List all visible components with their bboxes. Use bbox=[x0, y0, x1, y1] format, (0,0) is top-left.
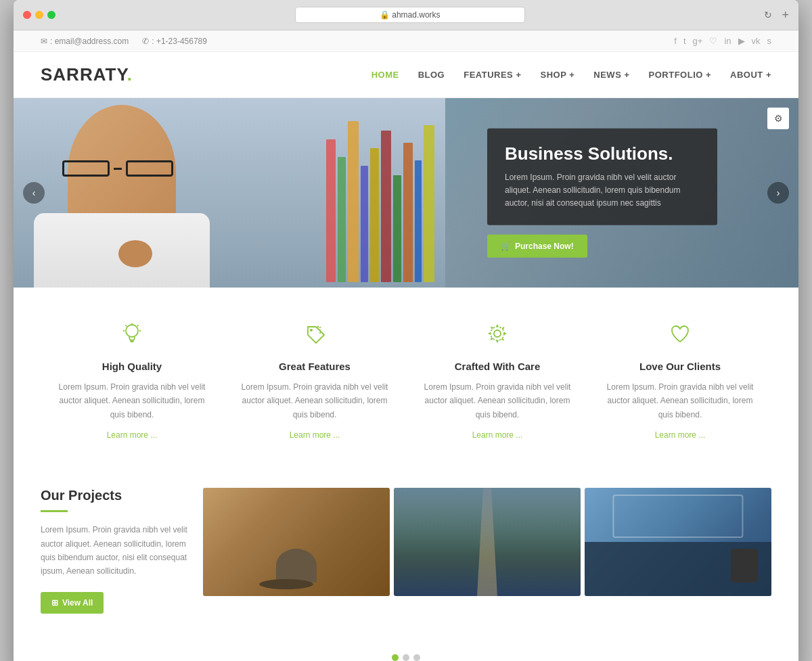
phone-icon: ✆ bbox=[142, 37, 149, 46]
feature-link-0[interactable]: Learn more ... bbox=[107, 430, 158, 440]
book bbox=[424, 125, 434, 282]
url-bar[interactable]: 🔒 ahmad.works bbox=[295, 7, 525, 23]
purchase-button[interactable]: 🛒 Purchase Now! bbox=[487, 234, 587, 257]
features-section: High Quality Lorem Ipsum. Proin gravida … bbox=[14, 288, 798, 474]
purchase-label: Purchase Now! bbox=[515, 241, 574, 250]
settings-icon: ⚙ bbox=[774, 113, 783, 124]
nav-item-shop[interactable]: SHOP + bbox=[541, 70, 575, 80]
project-thumb-3[interactable] bbox=[585, 488, 771, 596]
pagination-dot-3[interactable] bbox=[413, 654, 420, 661]
phone-text: : +1-23-456789 bbox=[152, 37, 207, 46]
youtube-icon[interactable]: ▶ bbox=[738, 36, 745, 46]
feature-link-1[interactable]: Learn more ... bbox=[290, 430, 340, 440]
browser-titlebar: 🔒 ahmad.works ↻ + bbox=[14, 0, 798, 30]
hand bbox=[118, 240, 152, 267]
browser-dots bbox=[23, 11, 55, 19]
feature-item-high-quality: High Quality Lorem Ipsum. Proin gravida … bbox=[41, 321, 223, 440]
linkedin-icon[interactable]: in bbox=[724, 36, 731, 46]
book bbox=[381, 131, 391, 282]
book bbox=[326, 139, 336, 282]
feature-item-love-clients: Love Our Clients Lorem Ipsum. Proin grav… bbox=[589, 321, 771, 440]
thumb-overlay bbox=[203, 488, 390, 596]
refresh-icon[interactable]: ↻ bbox=[764, 9, 772, 20]
grid-icon: ⊞ bbox=[51, 598, 58, 608]
facebook-icon[interactable]: f bbox=[674, 36, 677, 46]
googleplus-icon[interactable]: g+ bbox=[693, 36, 703, 46]
hero-section: Business Solutions. Lorem Ipsum. Proin g… bbox=[14, 98, 798, 288]
url-text: ahmad.works bbox=[392, 10, 440, 20]
svg-point-0 bbox=[126, 325, 138, 337]
pagination-dot-1[interactable] bbox=[392, 654, 399, 661]
email-contact: ✉ : email@address.com bbox=[41, 37, 129, 46]
svg-point-8 bbox=[310, 329, 313, 332]
nav-item-features[interactable]: FEATURES + bbox=[464, 70, 521, 80]
carousel-pagination bbox=[14, 647, 798, 661]
heart-icon bbox=[602, 321, 758, 351]
glasses bbox=[62, 159, 184, 178]
feature-link-3[interactable]: Learn more ... bbox=[655, 430, 706, 440]
svg-line-4 bbox=[126, 325, 127, 327]
feature-item-great-features: Great Features Lorem Ipsum. Proin gravid… bbox=[223, 321, 406, 440]
bookshelf bbox=[323, 98, 445, 288]
twitter-icon[interactable]: t bbox=[683, 36, 686, 46]
feature-link-2[interactable]: Learn more ... bbox=[472, 430, 523, 440]
book bbox=[338, 157, 346, 282]
hero-title: Business Solutions. bbox=[505, 143, 700, 164]
maximize-dot[interactable] bbox=[47, 11, 55, 19]
tag-icon bbox=[237, 321, 392, 351]
pagination-dot-2[interactable] bbox=[403, 654, 409, 661]
nav-item-news[interactable]: NEWS + bbox=[593, 70, 629, 80]
feature-title-3: Love Our Clients bbox=[602, 361, 758, 372]
email-icon: ✉ bbox=[41, 37, 47, 46]
feature-item-crafted-with-care: Crafted With Care Lorem Ipsum. Proin gra… bbox=[406, 321, 589, 440]
view-all-button[interactable]: ⊞ View All bbox=[41, 592, 104, 614]
projects-underline bbox=[41, 510, 68, 512]
projects-description: Lorem Ipsum. Proin gravida nibh vel veli… bbox=[41, 523, 189, 578]
browser-window: 🔒 ahmad.works ↻ + ✉ : email@address.com … bbox=[14, 0, 798, 661]
bulb-icon bbox=[54, 321, 210, 351]
svg-point-9 bbox=[494, 330, 501, 337]
hero-settings-button[interactable]: ⚙ bbox=[767, 108, 789, 129]
project-thumb-1[interactable] bbox=[203, 488, 390, 596]
feature-desc-1: Lorem Ipsum. Proin gravida nibh vel veli… bbox=[237, 380, 392, 421]
feature-title-1: Great Features bbox=[237, 361, 392, 372]
navbar: SARRATY. HOME BLOG FEATURES + SHOP + NEW… bbox=[14, 52, 798, 98]
pinterest-icon[interactable]: ♡ bbox=[709, 36, 717, 46]
browser-addressbar: 🔒 ahmad.works bbox=[62, 7, 757, 23]
hero-prev-button[interactable]: ‹ bbox=[23, 182, 45, 204]
minimize-dot[interactable] bbox=[35, 11, 43, 19]
thumb-windshield bbox=[612, 495, 743, 538]
hero-description: Lorem Ipsum. Proin gravida nibh vel veli… bbox=[505, 171, 700, 210]
nav-item-blog[interactable]: BLOG bbox=[418, 70, 445, 80]
skype-icon[interactable]: s bbox=[767, 36, 772, 46]
logo-dot: . bbox=[127, 64, 133, 85]
glasses-bridge bbox=[114, 168, 122, 170]
view-all-label: View All bbox=[62, 598, 93, 608]
website-content: ✉ : email@address.com ✆ : +1-23-456789 f… bbox=[14, 30, 798, 661]
projects-title: Our Projects bbox=[41, 488, 189, 503]
social-links: f t g+ ♡ in ▶ vk s bbox=[674, 36, 771, 46]
new-tab-button[interactable]: + bbox=[782, 8, 789, 22]
phone-contact: ✆ : +1-23-456789 bbox=[142, 37, 207, 46]
book bbox=[403, 143, 413, 282]
svg-line-6 bbox=[137, 325, 139, 327]
nav-item-about[interactable]: ABOUT + bbox=[730, 70, 771, 80]
topbar-contact-info: ✉ : email@address.com ✆ : +1-23-456789 bbox=[41, 37, 207, 46]
feature-title-2: Crafted With Care bbox=[420, 361, 575, 372]
hero-content: Business Solutions. Lorem Ipsum. Proin g… bbox=[487, 129, 717, 258]
hero-next-button[interactable]: › bbox=[767, 182, 789, 204]
nav-item-home[interactable]: HOME bbox=[371, 70, 399, 80]
logo[interactable]: SARRATY. bbox=[41, 64, 133, 85]
feature-title-0: High Quality bbox=[54, 361, 210, 372]
lock-icon: 🔒 bbox=[380, 10, 392, 20]
nav-item-portfolio[interactable]: PORTFOLIO + bbox=[649, 70, 712, 80]
close-dot[interactable] bbox=[23, 11, 31, 19]
vk-icon[interactable]: vk bbox=[752, 36, 761, 46]
project-thumb-2[interactable] bbox=[394, 488, 581, 596]
hero-image bbox=[14, 98, 445, 288]
projects-info: Our Projects Lorem Ipsum. Proin gravida … bbox=[41, 488, 189, 614]
glasses-right bbox=[126, 160, 173, 177]
glasses-left bbox=[62, 160, 110, 177]
thumb-phone bbox=[731, 549, 758, 583]
feature-desc-2: Lorem Ipsum. Proin gravida nibh vel veli… bbox=[420, 380, 575, 421]
